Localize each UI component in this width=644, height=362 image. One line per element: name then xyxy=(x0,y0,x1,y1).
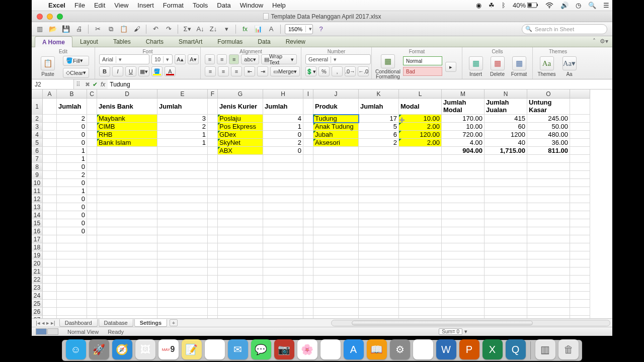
cell-L16[interactable] xyxy=(399,227,442,235)
cell-B14[interactable]: 0 xyxy=(57,211,87,219)
cell-x21[interactable] xyxy=(570,267,590,276)
menu-edit[interactable]: Edit xyxy=(90,2,110,9)
cell-H21[interactable] xyxy=(263,267,303,276)
page-layout-view-button[interactable] xyxy=(47,328,58,335)
conditional-formatting-button[interactable]: ▦Conditional Formatting xyxy=(376,54,400,79)
sheet-nav-first-icon[interactable]: |◂ xyxy=(36,320,40,326)
cell-C15[interactable] xyxy=(87,219,97,227)
paste-button[interactable]: 📋Paste xyxy=(36,56,60,77)
cell-D19[interactable] xyxy=(97,251,157,259)
cell-J12[interactable] xyxy=(313,195,359,203)
cell-D5[interactable]: Bank Islam xyxy=(97,139,157,147)
col-header-D[interactable]: D xyxy=(97,89,157,99)
merge-button[interactable]: ▭ Merge ▾ xyxy=(270,66,300,76)
cell-K5[interactable]: 2 xyxy=(359,139,399,147)
textbox-icon[interactable]: A xyxy=(266,24,276,34)
cell-L6[interactable] xyxy=(399,147,442,155)
cell-D8[interactable] xyxy=(97,163,157,171)
cell-G4[interactable]: GDex xyxy=(218,131,263,139)
cell-F20[interactable] xyxy=(208,259,218,267)
cell-A24[interactable] xyxy=(43,292,57,300)
cell-F6[interactable] xyxy=(208,147,218,155)
col-header-J[interactable]: J xyxy=(313,89,359,99)
cell-I18[interactable] xyxy=(303,243,313,251)
fill-color-button[interactable]: 🪣 xyxy=(151,66,163,76)
cell-J20[interactable] xyxy=(313,259,359,267)
col-header-F[interactable]: F xyxy=(208,89,218,99)
cell-A7[interactable] xyxy=(43,155,57,163)
cell-E11[interactable] xyxy=(157,187,208,195)
cell-F4[interactable] xyxy=(208,131,218,139)
cell-N1[interactable]: Jumlah Jualan xyxy=(485,99,527,115)
dock-chrome[interactable]: ◉ xyxy=(413,339,433,359)
horizontal-scrollbar[interactable] xyxy=(331,320,610,326)
status-sum[interactable]: Sum= 0▾ xyxy=(439,328,467,335)
cell-J4[interactable]: Jubah xyxy=(313,131,359,139)
cell-x22[interactable] xyxy=(570,276,590,284)
cell-O8[interactable] xyxy=(527,163,570,171)
row-header-23[interactable]: 23 xyxy=(32,284,43,292)
cell-D14[interactable] xyxy=(97,211,157,219)
cell-E9[interactable] xyxy=(157,171,208,179)
cell-M9[interactable] xyxy=(442,171,485,179)
cell-L9[interactable] xyxy=(399,171,442,179)
dock-mail[interactable]: ✉ xyxy=(228,339,248,359)
cell-A18[interactable] xyxy=(43,243,57,251)
cell-H23[interactable] xyxy=(263,284,303,292)
dock-notes[interactable]: 📝 xyxy=(182,339,202,359)
cell-H1[interactable]: Jumlah xyxy=(263,99,303,115)
cell-x7[interactable] xyxy=(570,155,590,163)
cell-J14[interactable] xyxy=(313,211,359,219)
border-button[interactable]: ▦▾ xyxy=(138,66,149,76)
cell-H19[interactable] xyxy=(263,251,303,259)
cell-B15[interactable]: 0 xyxy=(57,219,87,227)
cell-I23[interactable] xyxy=(303,284,313,292)
row-header-12[interactable]: 12 xyxy=(32,195,43,203)
save-icon[interactable]: 💾 xyxy=(61,24,71,34)
cell-O4[interactable]: 480.00 xyxy=(527,131,570,139)
cell-F22[interactable] xyxy=(208,276,218,284)
cell-A9[interactable] xyxy=(43,171,57,179)
cell-A1[interactable] xyxy=(43,99,57,115)
cell-K2[interactable]: 17 xyxy=(359,115,399,123)
cell-L19[interactable] xyxy=(399,251,442,259)
cell-H14[interactable] xyxy=(263,211,303,219)
cell-A11[interactable] xyxy=(43,187,57,195)
cell-x18[interactable] xyxy=(570,243,590,251)
sort-desc-icon[interactable]: Z↓ xyxy=(208,24,218,34)
cell-F9[interactable] xyxy=(208,171,218,179)
cell-F10[interactable] xyxy=(208,179,218,187)
cell-L22[interactable] xyxy=(399,276,442,284)
cell-x3[interactable] xyxy=(570,123,590,131)
cell-A22[interactable] xyxy=(43,276,57,284)
cell-K11[interactable] xyxy=(359,187,399,195)
grow-font-icon[interactable]: A▴ xyxy=(175,54,186,64)
style-bad[interactable]: Bad xyxy=(403,67,442,76)
cell-F19[interactable] xyxy=(208,251,218,259)
cell-I24[interactable] xyxy=(303,292,313,300)
cell-B26[interactable] xyxy=(57,308,87,316)
cell-E24[interactable] xyxy=(157,292,208,300)
normal-view-button[interactable] xyxy=(36,328,47,335)
cell-A25[interactable] xyxy=(43,300,57,308)
cell-M13[interactable] xyxy=(442,203,485,211)
row-header-1[interactable]: 1 xyxy=(32,99,43,115)
cell-C18[interactable] xyxy=(87,243,97,251)
cell-A10[interactable] xyxy=(43,179,57,187)
cell-B2[interactable]: 2 xyxy=(57,115,87,123)
styles-more-icon[interactable]: ▸ xyxy=(445,62,456,72)
dec-inc-icon[interactable]: .0→ xyxy=(345,66,356,76)
cell-B20[interactable] xyxy=(57,259,87,267)
autosum-icon[interactable]: Σ▾ xyxy=(182,24,192,34)
dock-preview[interactable]: 🖼 xyxy=(135,339,155,359)
cell-O9[interactable] xyxy=(527,171,570,179)
dock-appstore[interactable]: A xyxy=(344,339,364,359)
cell-K20[interactable] xyxy=(359,259,399,267)
cell-A19[interactable] xyxy=(43,251,57,259)
cell-H15[interactable] xyxy=(263,219,303,227)
cell-K26[interactable] xyxy=(359,308,399,316)
cell-J9[interactable] xyxy=(313,171,359,179)
cell-H10[interactable] xyxy=(263,179,303,187)
cell-F18[interactable] xyxy=(208,243,218,251)
cell-K17[interactable] xyxy=(359,235,399,243)
